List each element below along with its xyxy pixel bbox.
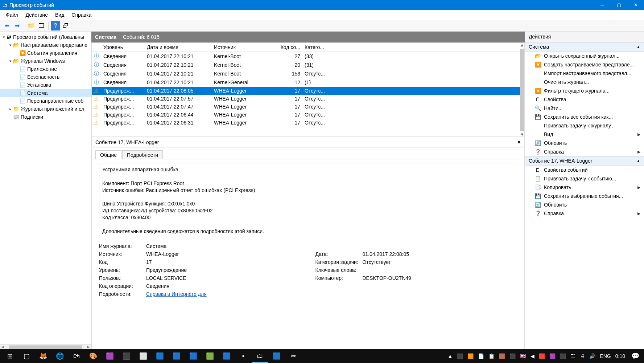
menu-action[interactable]: Действие bbox=[22, 10, 51, 20]
action-import-custom-view[interactable]: Импорт настраиваемого представл... bbox=[525, 69, 644, 78]
tree-item-root[interactable]: ▾🖳Просмотр событий (Локальны bbox=[0, 33, 91, 41]
taskbar-app-generic7[interactable]: 🟦 bbox=[185, 349, 202, 363]
tray-volume-icon[interactable]: 🔊 bbox=[589, 353, 595, 359]
toolbar-forward[interactable]: ➡ bbox=[12, 21, 22, 30]
tree-item-leaf2a[interactable]: 📄Приложение bbox=[0, 65, 91, 73]
maximize-button[interactable]: ▢ bbox=[611, 0, 627, 10]
tree-item-leaf2b[interactable]: 📄Безопасность bbox=[0, 73, 91, 81]
tray-icon[interactable]: 🟫 bbox=[499, 353, 505, 359]
action-attach-task-to-log[interactable]: Привязать задачу к журналу... bbox=[525, 121, 644, 130]
action-clear-log[interactable]: Очистить журнал... bbox=[525, 78, 644, 86]
start-button[interactable]: ⊞ bbox=[1, 349, 18, 363]
tray-icon[interactable]: 🟪 bbox=[549, 353, 556, 359]
tree-item-leaf4[interactable]: 📰Подписки bbox=[0, 113, 91, 121]
tray-icon[interactable]: ⬛ bbox=[509, 353, 516, 359]
taskbar-app-generic2[interactable]: 🟪 bbox=[102, 349, 118, 363]
taskbar-app-generic4[interactable]: ⬜ bbox=[135, 349, 152, 363]
tray-icon[interactable]: 🇬🇧 bbox=[520, 353, 526, 359]
col-category[interactable]: Катего... bbox=[302, 43, 520, 52]
event-row[interactable]: Сведения01.04.2017 22:10:21Kernel-Boot15… bbox=[92, 69, 520, 78]
taskbar-app-generic11[interactable]: ✏ bbox=[285, 349, 302, 363]
tree-horizontal-scrollbar[interactable]: ◄► bbox=[0, 344, 91, 349]
system-tray[interactable]: ▲ ⬛ 🟧 📄 📋 🟫 ⬛ 🇬🇧 ◀ 🟥 🟪 ⬛ 🗔 🖨 🔊 ENG 0:10 bbox=[445, 353, 628, 359]
actions-section-event[interactable]: Событие 17, WHEA-Logger▲ bbox=[525, 156, 644, 166]
tree-item-leaf2e[interactable]: 📄Перенаправленные соб bbox=[0, 97, 91, 105]
col-code[interactable]: Код со... bbox=[277, 43, 302, 52]
toolbar-help[interactable]: ? bbox=[51, 21, 60, 30]
menu-file[interactable]: Файл bbox=[2, 10, 22, 20]
col-source[interactable]: Источник bbox=[212, 43, 277, 52]
taskbar-app-edge[interactable]: 🌐 bbox=[51, 349, 68, 363]
taskbar-app-firefox[interactable]: 🦊 bbox=[35, 349, 51, 363]
tray-icon[interactable]: ⬛ bbox=[560, 353, 566, 359]
toolbar-pane1[interactable]: 🗔 bbox=[37, 21, 46, 30]
action-event-properties[interactable]: 🗒Свойства событий bbox=[525, 166, 644, 174]
tray-icon[interactable]: 🟧 bbox=[467, 353, 474, 359]
taskbar-app-generic3[interactable]: ⬛ bbox=[118, 349, 135, 363]
tray-icon[interactable]: 🗔 bbox=[570, 353, 575, 359]
detail-close-button[interactable]: × bbox=[517, 139, 521, 146]
taskbar-app-generic9[interactable]: 🟦 bbox=[218, 349, 235, 363]
col-date[interactable]: Дата и время bbox=[145, 43, 212, 52]
close-button[interactable]: ✕ bbox=[627, 0, 644, 10]
toolbar-up[interactable]: 📁 bbox=[26, 21, 36, 30]
menu-view[interactable]: Вид bbox=[51, 10, 68, 20]
event-row[interactable]: Предупреж...01.04.2017 22:07:47WHEA-Logg… bbox=[92, 103, 520, 111]
action-filter-current-log[interactable]: 🔽Фильтр текущего журнала... bbox=[525, 86, 644, 95]
tray-icon[interactable]: ◀ bbox=[531, 353, 534, 359]
action-help[interactable]: ❓Справка▶ bbox=[525, 147, 644, 156]
action-save-all-events[interactable]: 💾Сохранить все события как... bbox=[525, 113, 644, 121]
tray-clock[interactable]: 0:10 bbox=[615, 353, 625, 359]
event-row[interactable]: Сведения01.04.2017 22:10:21Kernel-Genera… bbox=[92, 78, 520, 87]
tree-item-fold1[interactable]: ▾📂Настраиваемые представле bbox=[0, 41, 91, 49]
taskbar-app-eventviewer[interactable]: 🗂 bbox=[252, 349, 268, 363]
tree-item-leaf2c[interactable]: 📄Установка bbox=[0, 81, 91, 89]
taskbar-app-generic5[interactable]: 🟦 bbox=[152, 349, 168, 363]
online-help-link[interactable]: Справка в Интернете для bbox=[146, 291, 207, 297]
taskbar-app-generic1[interactable]: 🎨 bbox=[85, 349, 102, 363]
tray-icon[interactable]: 📋 bbox=[488, 353, 495, 359]
action-create-custom-view[interactable]: 🔽Создать настраиваемое представле... bbox=[525, 60, 644, 69]
action-refresh-event[interactable]: 🔄Обновить bbox=[525, 200, 644, 209]
taskbar-app-generic8[interactable]: 🟩 bbox=[202, 349, 218, 363]
action-view[interactable]: Вид▶ bbox=[525, 130, 644, 139]
tree-item-leaf2d[interactable]: 📄Система bbox=[0, 89, 91, 97]
events-header-row[interactable]: Уровень Дата и время Источник Код со... … bbox=[92, 43, 520, 52]
action-copy[interactable]: 📑Копировать▶ bbox=[525, 183, 644, 192]
action-save-selected-events[interactable]: 💾Сохранить выбранные события... bbox=[525, 192, 644, 200]
tray-language[interactable]: ENG bbox=[600, 353, 611, 359]
tray-icon[interactable]: ▲ bbox=[448, 353, 453, 359]
action-help-event[interactable]: ❓Справка▶ bbox=[525, 209, 644, 218]
action-properties[interactable]: 🗒Свойства bbox=[525, 95, 644, 104]
actions-section-system[interactable]: Система▲ bbox=[525, 42, 644, 52]
action-open-saved-log[interactable]: 📂Открыть сохраненный журнал... bbox=[525, 52, 644, 60]
tree-item-fold2[interactable]: ▾📂Журналы Windows bbox=[0, 57, 91, 65]
taskbar-app-store[interactable]: 🛍 bbox=[68, 349, 85, 363]
action-center-button[interactable]: 💬 bbox=[628, 352, 643, 360]
taskbar-app-generic6[interactable]: 🟦 bbox=[168, 349, 185, 363]
tray-icon[interactable]: 📄 bbox=[478, 353, 484, 359]
event-row[interactable]: Предупреж...01.04.2017 22:08:05WHEA-Logg… bbox=[92, 87, 520, 95]
action-refresh[interactable]: 🔄Обновить bbox=[525, 139, 644, 147]
tray-icon[interactable]: ⬛ bbox=[457, 353, 463, 359]
col-level[interactable]: Уровень bbox=[101, 43, 145, 52]
event-row[interactable]: Предупреж...01.04.2017 22:07:57WHEA-Logg… bbox=[92, 95, 520, 103]
event-row[interactable]: Сведения01.04.2017 22:10:21Kernel-Boot20… bbox=[92, 61, 520, 69]
action-find[interactable]: 🔍Найти... bbox=[525, 104, 644, 113]
event-row[interactable]: Сведения01.04.2017 22:10:21Kernel-Boot27… bbox=[92, 52, 520, 61]
action-attach-task-to-event[interactable]: 📋Привязать задачу к событию... bbox=[525, 174, 644, 183]
taskbar-app-cmd[interactable]: ▪ bbox=[235, 349, 252, 363]
minimize-button[interactable]: ─ bbox=[594, 0, 611, 10]
tree-item-leaf1[interactable]: 🔽События управления bbox=[0, 49, 91, 57]
task-view-button[interactable]: ▢ bbox=[18, 349, 35, 363]
tray-icon[interactable]: 🟥 bbox=[539, 353, 545, 359]
menu-help[interactable]: Справка bbox=[68, 10, 95, 20]
events-vertical-scrollbar[interactable]: ▲▼ bbox=[520, 43, 524, 136]
event-row[interactable]: Предупреж...01.04.2017 22:06:44WHEA-Logg… bbox=[92, 111, 520, 119]
tab-general[interactable]: Общие bbox=[95, 150, 121, 159]
tree-item-fold3[interactable]: ▸📁Журналы приложений и сл bbox=[0, 105, 91, 113]
tab-details[interactable]: Подробности bbox=[122, 150, 163, 159]
toolbar-back[interactable]: ⬅ bbox=[2, 21, 12, 30]
event-row[interactable]: Предупреж...01.04.2017 22:06:31WHEA-Logg… bbox=[92, 119, 520, 127]
taskbar-app-generic10[interactable]: 🟦 bbox=[268, 349, 285, 363]
